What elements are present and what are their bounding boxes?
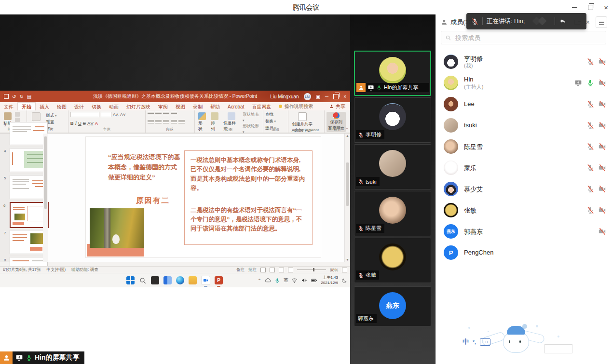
start-button[interactable] [126,276,135,284]
camera-off-icon[interactable] [598,121,606,129]
strikethrough-button[interactable]: S [83,121,86,126]
ime-chinese-icon[interactable]: 中 [462,337,469,346]
redo-icon[interactable]: ↻ [19,94,23,99]
member-row[interactable]: P PengChen [436,242,612,263]
taskbar-search-icon[interactable] [139,277,147,284]
ppt-share-button[interactable]: 共享 [329,102,350,110]
wifi-icon[interactable] [291,277,298,283]
slideshow-view-icon[interactable] [288,268,293,272]
tab-design[interactable]: 设计 [70,102,88,110]
slideshow-icon[interactable]: ▤ [27,94,31,99]
tab-baidu-netdisk[interactable]: 百度网盘 [248,102,275,110]
reply-arrow-icon[interactable] [559,18,566,25]
video-tile-chenxingxue[interactable]: 陈星雪 [354,191,431,236]
camera-off-icon[interactable] [598,58,606,66]
focus-assist-moon-icon[interactable] [341,278,347,283]
undo-icon[interactable]: ↺ [12,94,16,99]
slide-thumbnail[interactable]: 7 [10,230,48,254]
member-row[interactable]: tsuki [436,115,612,136]
camera-off-icon[interactable] [598,100,606,108]
layout-button[interactable]: 版式 [46,113,56,119]
shrink-font-icon[interactable]: A˅ [120,112,126,117]
cut-icon[interactable] [15,112,20,117]
file-explorer-icon[interactable] [189,276,197,284]
close-panel-icon[interactable]: × [586,18,590,26]
video-tile-guoyandong[interactable]: 燕东 郭燕东 [354,286,431,326]
collapse-ribbon-icon[interactable]: ⌃ [345,127,349,132]
ime-toolbar[interactable]: 中 °, [462,337,490,346]
grow-font-icon[interactable]: A˄ [113,112,119,117]
member-row[interactable]: 李明修 (我) [436,51,612,72]
ppt-minimize-button[interactable]: ─ [325,94,328,99]
find-button[interactable]: 查找 [265,112,276,118]
tab-insert[interactable]: 插入 [36,102,53,110]
mic-muted-icon[interactable] [471,18,478,25]
tab-acrobat[interactable]: Acrobat [224,102,248,110]
line-spacing-icon[interactable] [171,112,177,116]
member-row[interactable]: Lee [436,94,612,115]
font-name-box[interactable] [70,112,99,117]
mic-muted-icon[interactable] [586,100,594,108]
columns-icon[interactable] [178,120,185,124]
tab-view[interactable]: 视图 [172,102,189,110]
normal-view-icon[interactable] [260,268,266,272]
tab-review[interactable]: 审阅 [154,102,172,110]
ppt-restore-button[interactable] [333,94,339,99]
tab-record[interactable]: 录制 [189,102,206,110]
screen-share-icon[interactable] [574,79,582,87]
tell-me-search[interactable]: 操作说明搜索 [275,102,317,110]
close-button[interactable]: × [604,4,608,11]
align-left-icon[interactable] [148,120,154,124]
zoom-slider[interactable] [297,270,326,270]
camera-off-icon[interactable] [598,79,606,87]
camera-off-icon[interactable] [598,164,606,172]
tab-animations[interactable]: 动画 [105,102,122,110]
mic-muted-icon[interactable] [586,164,594,172]
member-row[interactable]: 燕东 郭燕东 [436,221,612,242]
edge-browser-icon[interactable] [176,276,184,284]
slide-thumbnail[interactable]: 4 [10,148,48,172]
tray-mic-icon[interactable] [274,278,280,283]
search-input[interactable] [454,34,602,42]
video-tile-tsuki[interactable]: tsuki [354,144,431,189]
powerpoint-taskbar-icon[interactable]: P [215,276,223,284]
battery-icon[interactable] [311,277,317,283]
zoom-level[interactable]: 98% [330,268,338,272]
ime-punct-icon[interactable]: °, [473,339,476,345]
member-row[interactable]: 家乐 [436,157,612,178]
panel-menu-icon[interactable] [596,16,607,28]
video-tile-limingxiu[interactable]: 李明修 [354,97,431,143]
mic-muted-icon[interactable] [586,58,594,66]
slide-thumbnail[interactable]: 5 [10,175,48,199]
indent-icon[interactable] [163,112,169,116]
font-size-box[interactable] [101,112,111,117]
ppt-quick-access-toolbar[interactable]: ↺ ↻ ▤ [4,94,31,99]
replace-button[interactable]: 替换 [265,119,276,124]
volume-icon[interactable] [301,277,307,283]
mic-muted-icon[interactable] [586,206,594,214]
member-row[interactable]: 张敏 [436,200,612,221]
member-row[interactable]: 慕少艾 [436,178,612,200]
tab-draw[interactable]: 绘图 [53,102,70,110]
task-view-icon[interactable] [151,276,159,284]
numbering-icon[interactable] [155,112,162,116]
document-scrollbar[interactable]: ▲▼ [344,134,350,262]
mic-on-icon[interactable] [586,79,594,87]
slide-sorter-icon[interactable] [270,268,275,272]
camera-off-icon[interactable] [598,228,606,235]
onedrive-cloud-icon[interactable] [265,277,271,283]
slide-thumbnail[interactable]: 3 [10,122,48,145]
tencent-meeting-taskbar-icon[interactable] [201,276,210,285]
language-indicator[interactable]: 中文(中国) [46,267,66,273]
fit-slide-icon[interactable] [342,268,347,272]
align-center-icon[interactable] [155,120,162,124]
tab-slideshow[interactable]: 幻灯片放映 [122,102,154,110]
tray-chevron-icon[interactable]: ⌃ [258,278,261,283]
thumbnail-scrollbar[interactable] [43,134,48,262]
tab-help[interactable]: 帮助 [206,102,224,110]
ribbon-display-icon[interactable]: ▣ [316,94,320,99]
shape-fill-button[interactable]: 形状填充 [243,112,261,122]
tab-home[interactable]: 开始 [17,102,36,110]
keyboard-icon[interactable] [480,338,490,346]
font-color-icon[interactable]: A [95,121,98,126]
